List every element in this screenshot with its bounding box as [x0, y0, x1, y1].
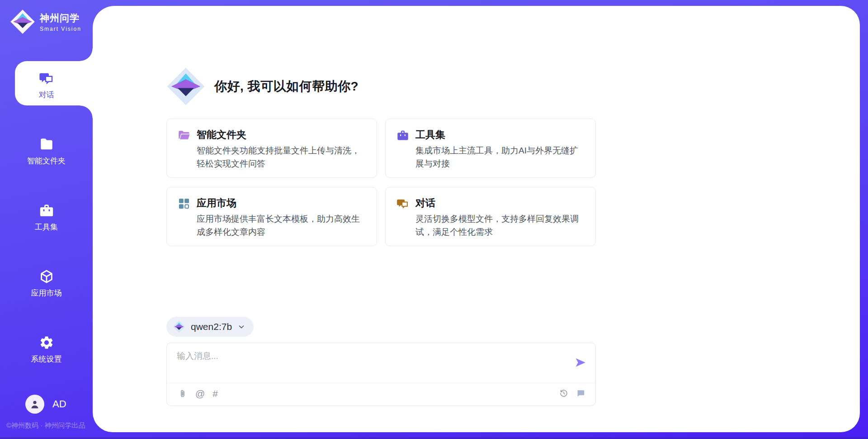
avatar	[25, 395, 44, 414]
brand-title: 神州问学	[40, 12, 81, 24]
toolbox-icon	[39, 203, 54, 218]
composer-tools-left: @ #	[178, 388, 218, 399]
chat-bubbles-icon	[39, 71, 54, 86]
app-page: 神州问学 Smart Vision 对话 智能文件夹 工具集	[0, 0, 868, 439]
grid-icon	[178, 197, 190, 210]
tab-curve-bottom	[80, 105, 93, 118]
user-name: AD	[52, 398, 66, 410]
brand-subtitle: Smart Vision	[40, 26, 81, 32]
sidebar-item-smart-folder[interactable]: 智能文件夹	[0, 137, 93, 166]
folder-icon	[39, 137, 54, 152]
content-column: 你好, 我可以如何帮助你? 智能文件夹 智能文件夹功能支持批量文件上传与清洗，轻…	[166, 0, 596, 439]
composer-divider	[167, 383, 595, 383]
sidebar-item-label: 智能文件夹	[27, 156, 66, 166]
sidebar-item-app-market[interactable]: 应用市场	[0, 269, 93, 298]
card-app-market[interactable]: 应用市场 应用市场提供丰富长文本模板，助力高效生成多样化文章内容	[166, 187, 377, 246]
toolbox-icon	[396, 129, 409, 142]
card-toolbox[interactable]: 工具集 集成市场上主流工具，助力AI与外界无缝扩展与对接	[385, 119, 596, 178]
sidebar-item-settings[interactable]: 系统设置	[0, 335, 93, 364]
hash-icon[interactable]: #	[212, 388, 218, 399]
card-chat[interactable]: 对话 灵活切换多模型文件，支持多样回复效果调试，满足个性化需求	[385, 187, 596, 246]
card-smart-folder[interactable]: 智能文件夹 智能文件夹功能支持批量文件上传与清洗，轻松实现文件问答	[166, 119, 377, 178]
card-title: 对话	[415, 196, 585, 210]
sidebar-item-label: 工具集	[35, 222, 58, 232]
message-composer: @ #	[166, 343, 596, 406]
send-icon[interactable]	[575, 357, 586, 368]
card-description: 智能文件夹功能支持批量文件上传与清洗，轻松实现文件问答	[197, 144, 366, 170]
copyright-text: ©神州数码 · 神州问学出品	[6, 421, 85, 430]
tab-curve-top	[80, 48, 93, 61]
composer-tools-right	[559, 388, 585, 398]
chevron-down-icon	[237, 323, 245, 331]
model-selector[interactable]: qwen2:7b	[166, 317, 254, 337]
feature-cards: 智能文件夹 智能文件夹功能支持批量文件上传与清洗，轻松实现文件问答 工具集 集成…	[166, 119, 596, 246]
chat-bubble-icon[interactable]	[576, 388, 585, 398]
chat-bubbles-icon	[396, 197, 409, 210]
cube-icon	[39, 269, 54, 284]
folder-open-icon	[178, 129, 190, 142]
card-title: 智能文件夹	[197, 128, 366, 142]
card-description: 集成市场上主流工具，助力AI与外界无缝扩展与对接	[415, 144, 585, 170]
card-title: 工具集	[415, 128, 585, 142]
diamond-logo-icon	[173, 320, 185, 333]
at-icon[interactable]: @	[195, 388, 205, 399]
user-profile[interactable]: AD	[25, 395, 66, 414]
history-icon[interactable]	[559, 388, 569, 398]
model-name: qwen2:7b	[191, 321, 232, 332]
sidebar-item-label: 应用市场	[31, 288, 62, 298]
gear-icon	[39, 335, 54, 350]
sidebar-item-chat[interactable]: 对话	[0, 71, 93, 100]
sidebar: 神州问学 Smart Vision 对话 智能文件夹 工具集	[0, 0, 93, 439]
sidebar-item-label: 对话	[39, 90, 54, 100]
card-title: 应用市场	[197, 196, 366, 210]
greeting-block: 你好, 我可以如何帮助你?	[166, 67, 359, 106]
brand-logo: 神州问学 Smart Vision	[10, 9, 81, 34]
paperclip-icon[interactable]	[178, 389, 188, 399]
card-description: 应用市场提供丰富长文本模板，助力高效生成多样化文章内容	[197, 213, 366, 239]
message-input[interactable]	[177, 350, 566, 378]
diamond-logo-icon	[10, 9, 35, 34]
card-description: 灵活切换多模型文件，支持多样回复效果调试，满足个性化需求	[415, 213, 585, 239]
greeting-title: 你好, 我可以如何帮助你?	[214, 78, 359, 95]
person-icon	[29, 398, 41, 410]
sidebar-item-toolbox[interactable]: 工具集	[0, 203, 93, 232]
sidebar-item-label: 系统设置	[31, 354, 62, 364]
diamond-logo-icon	[166, 67, 205, 106]
